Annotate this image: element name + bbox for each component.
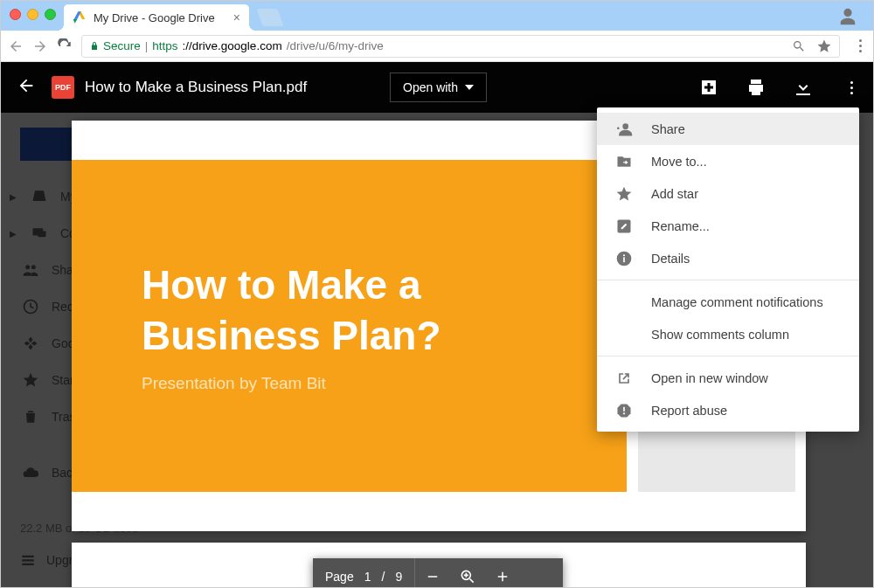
zoom-icon[interactable] [792,39,806,53]
add-to-drive-icon[interactable] [698,77,719,98]
document-title: How to Make a Business Plan.pdf [85,79,307,96]
svg-rect-18 [623,257,625,262]
url-path: /drive/u/6/my-drive [287,39,384,52]
url-host: ://drive.google.com [183,39,282,52]
page-label: Page [325,570,354,584]
viewer-actions [698,77,857,98]
menu-item-label: Open in new window [651,371,768,385]
zoom-in-button[interactable] [485,558,520,587]
page-controls: Page 1 / 9 [313,558,563,587]
menu-item-label: Details [651,252,690,266]
nav-reload-button[interactable] [57,38,73,54]
viewer-back-button[interactable] [17,76,36,99]
slide-title: How to Make a Business Plan? [142,260,441,361]
page-current: 1 [364,570,371,584]
secure-label: Secure [103,39,141,52]
new-tab-button[interactable] [256,9,283,26]
menu-separator [597,356,859,356]
zoom-out-button[interactable] [415,558,450,587]
more-actions-button[interactable] [845,81,857,94]
menu-item-label: Add star [651,187,698,201]
pdf-badge-icon: PDF [52,76,74,99]
menu-item-label: Manage comment notifications [651,295,823,309]
browser-window: My Drive - Google Drive × Secure | https… [0,0,874,588]
lock-icon [89,41,100,52]
minimize-window-btn[interactable] [27,9,38,20]
star-icon [614,185,634,203]
omnibox[interactable]: Secure | https://drive.google.com/drive/… [81,35,840,58]
menu-item-label: Rename... [651,219,710,233]
print-icon[interactable] [746,77,766,98]
svg-marker-0 [73,19,78,24]
bookmark-star-icon[interactable] [816,38,832,54]
folder-move-icon [614,153,634,170]
download-icon[interactable] [793,77,814,98]
open-new-icon [614,370,634,387]
menu-item-label: Show comments column [651,328,789,342]
traffic-lights [10,9,56,20]
browser-tab[interactable]: My Drive - Google Drive × [64,4,249,31]
svg-rect-11 [428,576,438,578]
svg-rect-20 [623,406,625,411]
viewer-topbar: PDF How to Make a Business Plan.pdf Open… [1,62,873,113]
drive-favicon-icon [73,10,87,24]
url-https: https [152,39,177,52]
nav-back-button[interactable] [8,38,24,54]
info-icon [614,250,634,267]
zoom-reset-button[interactable] [450,558,485,587]
menu-item-report-abuse[interactable]: Report abuse [597,394,859,426]
omnibox-actions [792,38,832,54]
secure-indicator: Secure [89,39,141,52]
menu-item-add-star[interactable]: Add star [597,177,859,210]
maximize-window-btn[interactable] [45,9,56,20]
open-with-label: Open with [403,80,458,94]
menu-item-manage-notifications[interactable]: Manage comment notifications [597,286,859,318]
svg-point-15 [622,123,628,129]
address-bar: Secure | https://drive.google.com/drive/… [1,31,873,62]
menu-item-share[interactable]: Share [597,113,859,145]
close-window-btn[interactable] [10,9,21,20]
profile-avatar[interactable] [838,7,857,26]
svg-marker-2 [74,11,81,19]
chevron-down-icon [465,85,474,90]
chrome-menu-button[interactable] [854,39,866,52]
report-icon [614,402,634,419]
svg-point-21 [623,412,625,414]
open-with-button[interactable]: Open with [390,73,487,102]
slide-subtitle: Presentation by Team Bit [142,374,326,393]
svg-point-19 [623,254,625,256]
menu-item-show-comments[interactable]: Show comments column [597,318,859,350]
svg-rect-14 [502,572,503,582]
tab-title: My Drive - Google Drive [94,11,215,24]
slide-title-l1: How to Make a [142,260,441,311]
more-actions-menu: Share Move to... Add star Rename... Deta… [597,107,859,432]
page-sep: / [382,570,385,584]
menu-item-label: Move to... [651,155,707,169]
rename-icon [614,218,634,235]
page-total: 9 [395,570,402,584]
slide-title-l2: Business Plan? [142,311,441,362]
menu-item-details[interactable]: Details [597,242,859,274]
menu-item-label: Share [651,122,685,136]
chrome-titlebar: My Drive - Google Drive × [1,1,873,31]
page-indicator: Page 1 / 9 [313,558,414,587]
nav-forward-button[interactable] [32,38,48,54]
menu-item-label: Report abuse [651,404,727,418]
menu-item-move-to[interactable]: Move to... [597,145,859,177]
menu-item-rename[interactable]: Rename... [597,210,859,242]
menu-separator [597,280,859,280]
person-add-icon [614,121,634,138]
menu-item-open-new-window[interactable]: Open in new window [597,362,859,394]
tab-close-icon[interactable]: × [233,10,240,24]
